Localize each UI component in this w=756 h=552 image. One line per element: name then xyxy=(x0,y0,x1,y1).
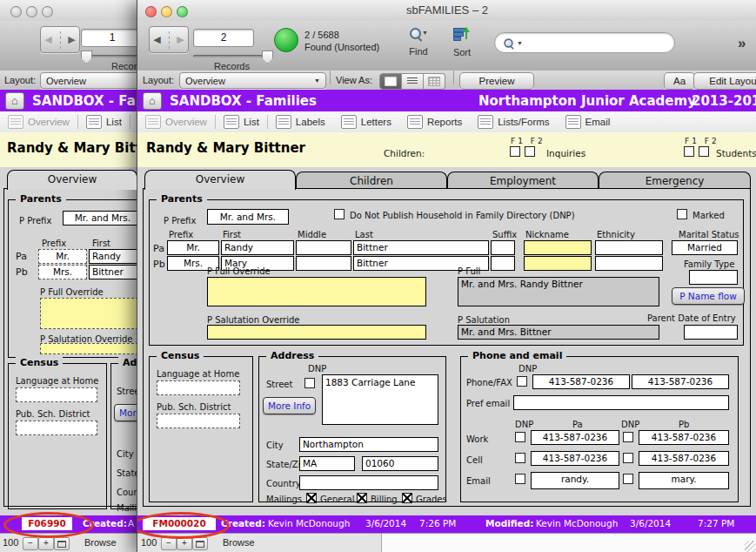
cell-pb-dnp-checkbox[interactable] xyxy=(623,453,633,463)
zoom-in-button[interactable]: + xyxy=(38,537,54,550)
resize-grip[interactable] xyxy=(745,541,756,552)
email-pb-field[interactable]: mary. xyxy=(639,472,729,489)
home-icon[interactable]: ⌂ xyxy=(143,92,162,110)
record-number-field[interactable]: 2 xyxy=(193,29,254,47)
nav-tab-reports[interactable]: Reports xyxy=(407,115,462,129)
p-name-flow-button[interactable]: P Name flow xyxy=(672,287,745,305)
nav-tab-overview[interactable]: Overview xyxy=(8,115,70,129)
street-dnp-checkbox[interactable] xyxy=(304,378,315,388)
p-full-override-field[interactable] xyxy=(207,277,426,306)
mode-selector[interactable]: Browse xyxy=(84,537,117,548)
pa-nickname-field[interactable] xyxy=(524,240,592,255)
minimize-icon[interactable] xyxy=(26,6,37,17)
nav-tab-lists-forms[interactable]: Lists/Forms xyxy=(478,115,549,129)
nav-tab-letters[interactable]: Letters xyxy=(341,115,391,129)
country-field[interactable] xyxy=(299,475,438,490)
record-slider[interactable] xyxy=(81,55,137,57)
record-tab-employment[interactable]: Employment xyxy=(447,172,599,190)
layout-dropdown[interactable]: Overview ▼ xyxy=(179,72,326,89)
next-record-icon[interactable]: ▶ xyxy=(177,35,184,44)
dnp-household-checkbox[interactable] xyxy=(334,209,345,219)
p-prefix-field[interactable]: Mr. and Mrs. xyxy=(207,209,289,225)
record-slider[interactable] xyxy=(193,55,273,57)
search-scope-caret[interactable]: ▼ xyxy=(517,40,523,46)
mailing-general-checkbox[interactable] xyxy=(306,493,317,503)
pb-prefix-field[interactable]: Mrs. xyxy=(38,265,87,279)
preview-button[interactable]: Preview xyxy=(459,72,534,90)
family-type-field[interactable] xyxy=(689,270,738,285)
pa-suffix-field[interactable] xyxy=(491,240,515,255)
mode-selector[interactable]: Browse xyxy=(223,537,255,548)
record-tab-emergency[interactable]: Emergency xyxy=(599,172,751,190)
cell-pa-field[interactable]: 413-587-0236 xyxy=(531,451,619,466)
layout-dropdown[interactable]: Overview xyxy=(40,72,137,89)
record-tab-overview[interactable]: Overview xyxy=(7,170,137,190)
district-field[interactable] xyxy=(16,421,97,435)
record-tab-children[interactable]: Children xyxy=(296,172,447,190)
pa-first-field[interactable]: Randy xyxy=(221,240,294,255)
status-toolbar-toggle[interactable] xyxy=(54,537,70,550)
language-field[interactable] xyxy=(157,380,240,395)
found-set-pie-icon[interactable] xyxy=(274,28,298,52)
district-field[interactable] xyxy=(157,414,240,428)
work-pa-dnp-checkbox[interactable] xyxy=(515,432,525,442)
record-number-field[interactable]: 1 xyxy=(81,29,137,47)
zoom-level[interactable]: 100 xyxy=(3,537,18,548)
marked-checkbox[interactable] xyxy=(677,209,687,219)
pb-first-field[interactable]: Bittner xyxy=(89,265,137,279)
nav-tab-email[interactable]: Email xyxy=(565,115,611,129)
phone-field[interactable]: 413-587-0236 xyxy=(532,374,630,389)
more-info-button[interactable]: More Info xyxy=(114,404,137,421)
zip-field[interactable]: 01060 xyxy=(362,456,438,471)
more-info-button[interactable]: More Info xyxy=(263,397,316,414)
mailing-grades-checkbox[interactable] xyxy=(402,493,412,503)
email-pa-dnp-checkbox[interactable] xyxy=(515,474,525,484)
window-back[interactable]: ◀ ▶ 1 Records Layout: Overview ⌂ SANDBOX… xyxy=(0,0,137,552)
children-f2-checkbox[interactable] xyxy=(525,146,535,157)
record-nav-book[interactable]: ◀ ▶ xyxy=(40,26,80,53)
state-field[interactable]: MA xyxy=(299,456,355,471)
cell-pa-dnp-checkbox[interactable] xyxy=(515,453,525,463)
zoom-out-button[interactable]: − xyxy=(23,537,38,550)
p-sal-override-field[interactable] xyxy=(207,325,426,340)
edit-layout-button[interactable]: Edit Layout xyxy=(693,72,756,90)
work-pb-dnp-checkbox[interactable] xyxy=(623,432,633,442)
city-field[interactable]: Northampton xyxy=(299,437,438,452)
format-button[interactable]: Aa xyxy=(664,72,695,90)
pa-prefix-field[interactable]: Mr. xyxy=(167,240,219,255)
status-toolbar-toggle[interactable] xyxy=(192,537,208,550)
pa-last-field[interactable]: Bittner xyxy=(353,240,489,255)
mailing-billing-checkbox[interactable] xyxy=(357,493,367,503)
work-pb-field[interactable]: 413-587-0236 xyxy=(639,430,729,445)
fax-field[interactable]: 413-587-0236 xyxy=(632,374,729,389)
nav-tab-list[interactable]: List xyxy=(86,115,122,129)
title-bar[interactable]: sbFAMILIES – 2 xyxy=(137,0,756,22)
toolbar-overflow-icon[interactable]: » xyxy=(738,35,746,52)
next-record-icon[interactable]: ▶ xyxy=(68,35,75,44)
nav-tab-overview[interactable]: Overview xyxy=(145,115,207,129)
pb-nickname-field[interactable] xyxy=(524,256,592,271)
zoom-in-button[interactable]: + xyxy=(177,537,192,550)
pa-first-field[interactable]: Randy xyxy=(89,249,137,264)
cell-pb-field[interactable]: 413-587-0236 xyxy=(639,451,729,466)
view-table-button[interactable] xyxy=(424,73,445,90)
pa-marital-field[interactable]: Married xyxy=(672,240,738,255)
work-pa-field[interactable]: 413-587-0236 xyxy=(531,430,619,445)
language-field[interactable] xyxy=(16,387,97,402)
window-front[interactable]: sbFAMILIES – 2 ◀ ▶ 2 Records 2 / 5688 Fo… xyxy=(137,0,756,552)
pb-suffix-field[interactable] xyxy=(491,256,515,271)
parent-date-field[interactable] xyxy=(684,325,738,340)
search-input[interactable]: ▼ xyxy=(494,32,675,53)
students-f1-checkbox[interactable] xyxy=(684,146,694,157)
street-field[interactable]: 1883 Carriage Lane xyxy=(322,374,438,425)
email-pb-dnp-checkbox[interactable] xyxy=(623,474,633,484)
record-nav-book[interactable]: ◀ ▶ xyxy=(149,26,189,53)
home-icon[interactable]: ⌂ xyxy=(5,92,24,110)
zoom-out-button[interactable]: − xyxy=(161,537,177,550)
children-f1-checkbox[interactable] xyxy=(510,146,520,157)
p-prefix-field[interactable]: Mr. and Mrs. xyxy=(63,211,137,226)
pb-middle-field[interactable] xyxy=(296,256,351,271)
pa-prefix-field[interactable]: Mr. xyxy=(38,249,87,264)
zoom-level[interactable]: 100 xyxy=(141,537,157,548)
prev-record-icon[interactable]: ◀ xyxy=(153,35,160,44)
